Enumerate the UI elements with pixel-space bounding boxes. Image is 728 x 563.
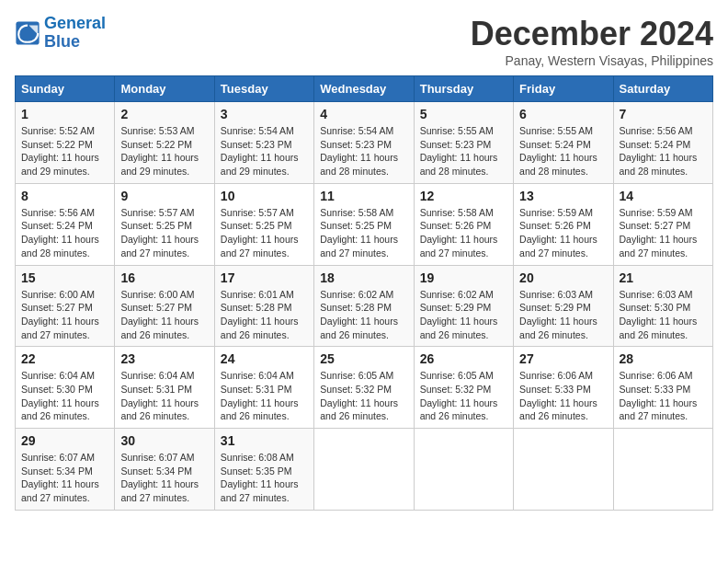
day-cell-3: 3Sunrise: 5:54 AM Sunset: 5:23 PM Daylig… (214, 102, 313, 184)
day-cell-15: 15Sunrise: 6:00 AM Sunset: 5:27 PM Dayli… (16, 265, 115, 347)
day-cell-6: 6Sunrise: 5:55 AM Sunset: 5:24 PM Daylig… (514, 102, 613, 184)
day-info: Sunrise: 5:58 AM Sunset: 5:25 PM Dayligh… (320, 206, 407, 260)
day-cell-26: 26Sunrise: 6:05 AM Sunset: 5:32 PM Dayli… (414, 347, 513, 429)
calendar-week-4: 22Sunrise: 6:04 AM Sunset: 5:30 PM Dayli… (16, 347, 713, 429)
col-header-wednesday: Wednesday (314, 76, 414, 102)
day-info: Sunrise: 6:02 AM Sunset: 5:28 PM Dayligh… (320, 288, 407, 342)
day-cell-1: 1Sunrise: 5:52 AM Sunset: 5:22 PM Daylig… (16, 102, 115, 184)
day-info: Sunrise: 6:08 AM Sunset: 5:35 PM Dayligh… (221, 451, 308, 505)
day-info: Sunrise: 5:52 AM Sunset: 5:22 PM Dayligh… (21, 124, 108, 178)
day-number: 16 (120, 270, 208, 285)
logo: General Blue (15, 15, 106, 52)
day-number: 2 (120, 107, 208, 121)
day-cell-14: 14Sunrise: 5:59 AM Sunset: 5:27 PM Dayli… (613, 183, 712, 265)
day-info: Sunrise: 6:06 AM Sunset: 5:33 PM Dayligh… (519, 369, 607, 423)
calendar-week-1: 1Sunrise: 5:52 AM Sunset: 5:22 PM Daylig… (16, 102, 713, 184)
day-number: 26 (420, 351, 507, 366)
day-number: 13 (519, 189, 607, 203)
day-info: Sunrise: 6:05 AM Sunset: 5:32 PM Dayligh… (320, 369, 407, 423)
day-cell-2: 2Sunrise: 5:53 AM Sunset: 5:22 PM Daylig… (115, 102, 214, 184)
day-info: Sunrise: 6:03 AM Sunset: 5:30 PM Dayligh… (620, 288, 707, 342)
empty-cell (613, 429, 712, 511)
day-cell-16: 16Sunrise: 6:00 AM Sunset: 5:27 PM Dayli… (115, 265, 214, 347)
day-number: 10 (221, 189, 308, 203)
day-number: 1 (21, 107, 108, 121)
day-info: Sunrise: 6:04 AM Sunset: 5:31 PM Dayligh… (120, 369, 208, 423)
title-block: December 2024 Panay, Western Visayas, Ph… (471, 15, 713, 68)
day-cell-22: 22Sunrise: 6:04 AM Sunset: 5:30 PM Dayli… (16, 347, 115, 429)
day-number: 28 (620, 351, 707, 366)
day-info: Sunrise: 6:04 AM Sunset: 5:30 PM Dayligh… (21, 369, 108, 423)
day-info: Sunrise: 5:58 AM Sunset: 5:26 PM Dayligh… (420, 206, 507, 260)
day-number: 25 (320, 351, 407, 366)
month-title: December 2024 (471, 15, 713, 53)
day-info: Sunrise: 6:02 AM Sunset: 5:29 PM Dayligh… (420, 288, 507, 342)
day-cell-18: 18Sunrise: 6:02 AM Sunset: 5:28 PM Dayli… (314, 265, 414, 347)
day-number: 4 (320, 107, 407, 121)
logo-icon (15, 20, 40, 46)
day-number: 11 (320, 189, 407, 203)
col-header-thursday: Thursday (414, 76, 513, 102)
day-cell-17: 17Sunrise: 6:01 AM Sunset: 5:28 PM Dayli… (214, 265, 313, 347)
day-number: 21 (620, 270, 707, 285)
day-info: Sunrise: 6:01 AM Sunset: 5:28 PM Dayligh… (221, 288, 308, 342)
day-info: Sunrise: 5:54 AM Sunset: 5:23 PM Dayligh… (320, 124, 407, 178)
day-cell-11: 11Sunrise: 5:58 AM Sunset: 5:25 PM Dayli… (314, 183, 414, 265)
day-info: Sunrise: 5:57 AM Sunset: 5:25 PM Dayligh… (120, 206, 208, 260)
day-cell-7: 7Sunrise: 5:56 AM Sunset: 5:24 PM Daylig… (613, 102, 712, 184)
calendar-week-3: 15Sunrise: 6:00 AM Sunset: 5:27 PM Dayli… (16, 265, 713, 347)
day-info: Sunrise: 5:54 AM Sunset: 5:23 PM Dayligh… (221, 124, 308, 178)
logo-text: General Blue (44, 15, 106, 52)
day-info: Sunrise: 6:00 AM Sunset: 5:27 PM Dayligh… (120, 288, 208, 342)
day-number: 22 (21, 351, 108, 366)
day-cell-24: 24Sunrise: 6:04 AM Sunset: 5:31 PM Dayli… (214, 347, 313, 429)
day-info: Sunrise: 5:59 AM Sunset: 5:27 PM Dayligh… (620, 206, 707, 260)
day-info: Sunrise: 6:07 AM Sunset: 5:34 PM Dayligh… (120, 451, 208, 505)
day-cell-25: 25Sunrise: 6:05 AM Sunset: 5:32 PM Dayli… (314, 347, 414, 429)
day-number: 8 (21, 189, 108, 203)
calendar-table: SundayMondayTuesdayWednesdayThursdayFrid… (15, 75, 713, 511)
empty-cell (314, 429, 414, 511)
calendar-week-5: 29Sunrise: 6:07 AM Sunset: 5:34 PM Dayli… (16, 429, 713, 511)
day-info: Sunrise: 5:59 AM Sunset: 5:26 PM Dayligh… (519, 206, 607, 260)
day-cell-8: 8Sunrise: 5:56 AM Sunset: 5:24 PM Daylig… (16, 183, 115, 265)
day-number: 9 (120, 189, 208, 203)
day-cell-29: 29Sunrise: 6:07 AM Sunset: 5:34 PM Dayli… (16, 429, 115, 511)
day-cell-20: 20Sunrise: 6:03 AM Sunset: 5:29 PM Dayli… (514, 265, 613, 347)
day-info: Sunrise: 6:05 AM Sunset: 5:32 PM Dayligh… (420, 369, 507, 423)
page-header: General Blue December 2024 Panay, Wester… (15, 15, 713, 68)
day-number: 17 (221, 270, 308, 285)
day-info: Sunrise: 6:07 AM Sunset: 5:34 PM Dayligh… (21, 451, 108, 505)
day-number: 15 (21, 270, 108, 285)
day-cell-31: 31Sunrise: 6:08 AM Sunset: 5:35 PM Dayli… (214, 429, 313, 511)
day-number: 19 (420, 270, 507, 285)
day-number: 6 (519, 107, 607, 121)
day-number: 27 (519, 351, 607, 366)
day-cell-9: 9Sunrise: 5:57 AM Sunset: 5:25 PM Daylig… (115, 183, 214, 265)
day-cell-21: 21Sunrise: 6:03 AM Sunset: 5:30 PM Dayli… (613, 265, 712, 347)
day-info: Sunrise: 5:55 AM Sunset: 5:24 PM Dayligh… (519, 124, 607, 178)
calendar-week-2: 8Sunrise: 5:56 AM Sunset: 5:24 PM Daylig… (16, 183, 713, 265)
day-cell-28: 28Sunrise: 6:06 AM Sunset: 5:33 PM Dayli… (613, 347, 712, 429)
day-number: 20 (519, 270, 607, 285)
col-header-saturday: Saturday (613, 76, 712, 102)
day-info: Sunrise: 6:00 AM Sunset: 5:27 PM Dayligh… (21, 288, 108, 342)
day-info: Sunrise: 6:04 AM Sunset: 5:31 PM Dayligh… (221, 369, 308, 423)
col-header-tuesday: Tuesday (214, 76, 313, 102)
day-info: Sunrise: 5:55 AM Sunset: 5:23 PM Dayligh… (420, 124, 507, 178)
day-info: Sunrise: 5:57 AM Sunset: 5:25 PM Dayligh… (221, 206, 308, 260)
col-header-friday: Friday (514, 76, 613, 102)
day-number: 24 (221, 351, 308, 366)
day-number: 30 (120, 433, 208, 448)
day-cell-13: 13Sunrise: 5:59 AM Sunset: 5:26 PM Dayli… (514, 183, 613, 265)
calendar-header: SundayMondayTuesdayWednesdayThursdayFrid… (16, 76, 713, 102)
day-number: 3 (221, 107, 308, 121)
day-cell-4: 4Sunrise: 5:54 AM Sunset: 5:23 PM Daylig… (314, 102, 414, 184)
day-cell-30: 30Sunrise: 6:07 AM Sunset: 5:34 PM Dayli… (115, 429, 214, 511)
day-info: Sunrise: 5:56 AM Sunset: 5:24 PM Dayligh… (21, 206, 108, 260)
day-number: 29 (21, 433, 108, 448)
day-number: 23 (120, 351, 208, 366)
day-cell-19: 19Sunrise: 6:02 AM Sunset: 5:29 PM Dayli… (414, 265, 513, 347)
day-cell-12: 12Sunrise: 5:58 AM Sunset: 5:26 PM Dayli… (414, 183, 513, 265)
day-number: 18 (320, 270, 407, 285)
